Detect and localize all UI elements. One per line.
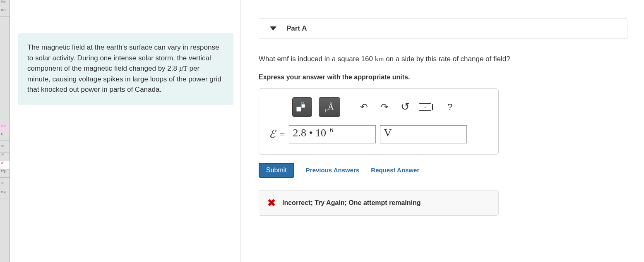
answer-instructions: Express your answer with the appropriate… — [259, 74, 627, 81]
tab-stub[interactable]: of — [0, 161, 10, 169]
tab-stub[interactable]: cti — [0, 153, 10, 161]
reset-button[interactable]: ↺ — [398, 100, 412, 114]
answer-symbol: ℰ — [269, 128, 276, 141]
keyboard-button[interactable]: ▪▪▪ — [419, 100, 433, 114]
templates-button[interactable] — [292, 97, 312, 117]
keyboard-icon: ▪▪▪ — [419, 103, 431, 111]
action-row: Submit Previous Answers Request Answer — [259, 163, 627, 178]
tab-stub[interactable]: th t — [0, 8, 10, 17]
tab-stub[interactable]: s — [0, 132, 10, 141]
incorrect-icon: ✖ — [267, 197, 276, 209]
answer-panel: μÅ ↶ ↷ ↺ ▪▪▪ ? ℰ = 2.8 • — [259, 88, 499, 155]
vertical-divider — [240, 0, 240, 262]
submit-button[interactable]: Submit — [259, 163, 294, 178]
svg-rect-1 — [302, 105, 305, 107]
redo-button[interactable]: ↷ — [377, 100, 392, 114]
unit-input[interactable]: V — [380, 125, 467, 143]
feedback-message: Incorrect; Try Again; One attempt remain… — [282, 199, 421, 207]
problem-statement: The magnetic field at the earth's surfac… — [18, 33, 233, 105]
tab-stub[interactable]: ch — [0, 182, 10, 190]
part-header[interactable]: Part A — [259, 18, 627, 39]
undo-button[interactable]: ↶ — [357, 100, 371, 114]
value-input[interactable]: 2.8 • 10−6 — [289, 125, 376, 143]
part-title: Part A — [286, 24, 307, 33]
answer-input-row: ℰ = 2.8 • 10−6 V — [269, 125, 488, 143]
request-answer-link[interactable]: Request Answer — [371, 167, 419, 174]
svg-rect-2 — [302, 102, 304, 104]
equation-toolbar: μÅ ↶ ↷ ↺ ▪▪▪ ? — [269, 97, 488, 117]
previous-answers-link[interactable]: Previous Answers — [306, 167, 360, 174]
units-button[interactable]: μÅ — [319, 97, 340, 117]
tab-stub[interactable]: erg — [0, 169, 10, 178]
tab-stub[interactable]: ord — [0, 124, 10, 132]
question-text: What emf is induced in a square 160 km o… — [259, 54, 627, 64]
problem-text: The magnetic field at the earth's surfac… — [27, 43, 221, 93]
svg-rect-0 — [297, 107, 301, 111]
feedback-box: ✖ Incorrect; Try Again; One attempt rema… — [259, 190, 499, 216]
help-button[interactable]: ? — [443, 100, 457, 114]
tab-stub[interactable]: erg — [0, 190, 10, 198]
collapse-icon — [270, 26, 276, 31]
tab-stub[interactable]: the — [0, 0, 10, 8]
tab-stub[interactable]: ne — [0, 145, 10, 153]
sidebar-tabs: the th t ord s ne cti of erg ch erg — [0, 0, 10, 262]
equals-sign: = — [280, 129, 285, 140]
